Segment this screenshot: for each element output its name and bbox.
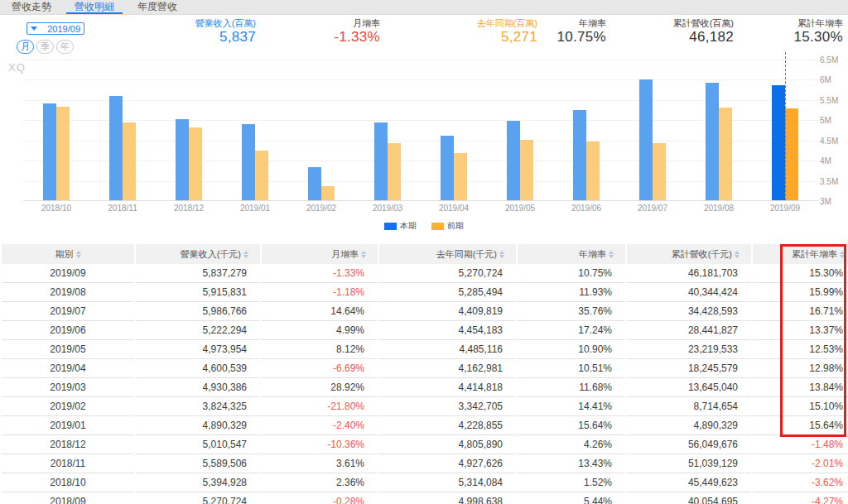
- period-cell: 2019/02: [2, 397, 134, 416]
- bar-前期[interactable]: [255, 151, 268, 200]
- bar-本期[interactable]: [43, 103, 56, 200]
- bar-前期[interactable]: [653, 143, 666, 200]
- bar-前期[interactable]: [388, 143, 401, 200]
- period-pill-0[interactable]: 月: [17, 40, 34, 54]
- table-row-2019/01[interactable]: 2019/014,890,329-2.40%4,228,85515.64%4,8…: [2, 416, 848, 435]
- bar-本期[interactable]: [706, 83, 719, 201]
- bar-本期[interactable]: [242, 124, 255, 200]
- period-cell: 2019/09: [2, 264, 134, 283]
- column-header-2[interactable]: 月增率: [262, 244, 378, 264]
- column-header-label: 期別: [55, 249, 74, 259]
- tab-2[interactable]: 年度營收: [126, 0, 189, 14]
- column-header-5[interactable]: 累計營收(千元): [627, 244, 751, 264]
- bar-前期[interactable]: [189, 127, 202, 200]
- bar-group-2018/11[interactable]: [89, 60, 156, 200]
- bar-本期[interactable]: [507, 121, 520, 200]
- x-axis-label: 2019/09: [752, 204, 818, 213]
- bar-前期[interactable]: [321, 186, 335, 200]
- column-header-label: 年增率: [579, 249, 606, 259]
- value-cell: 15.99%: [753, 283, 848, 302]
- column-header-3[interactable]: 去年同期(千元): [379, 244, 516, 264]
- period-pill-1[interactable]: 季: [36, 40, 54, 54]
- bar-前期[interactable]: [719, 108, 732, 200]
- stat-value: 46,182: [611, 29, 734, 46]
- tab-0[interactable]: 營收走勢: [0, 0, 63, 14]
- x-axis-label: 2018/10: [23, 204, 89, 213]
- bar-前期[interactable]: [454, 153, 467, 200]
- table-row-2019/09[interactable]: 2019/095,837,279-1.33%5,270,72410.75%46,…: [2, 264, 848, 283]
- table-row-2019/05[interactable]: 2019/054,973,9548.12%4,485,11610.90%23,2…: [2, 340, 848, 359]
- bar-group-2019/01[interactable]: [222, 60, 288, 200]
- bar-group-2019/06[interactable]: [553, 60, 619, 200]
- sort-icon[interactable]: [840, 251, 845, 258]
- table-row-2019/08[interactable]: 2019/085,915,831-1.18%5,285,49411.93%40,…: [2, 283, 848, 302]
- legend-label: 本期: [400, 220, 417, 232]
- bar-前期[interactable]: [520, 140, 533, 200]
- x-axis-label: 2019/06: [553, 204, 619, 213]
- bar-group-2019/08[interactable]: [686, 60, 752, 200]
- value-cell: 4,930,386: [136, 378, 260, 397]
- bar-group-2018/12[interactable]: [156, 60, 222, 200]
- column-header-4[interactable]: 年增率: [518, 244, 625, 264]
- value-cell: 15.10%: [753, 397, 848, 416]
- sort-icon[interactable]: [499, 251, 504, 258]
- sort-icon[interactable]: [735, 251, 740, 258]
- sort-icon[interactable]: [243, 251, 248, 258]
- bar-group-2019/04[interactable]: [421, 60, 487, 200]
- table-row-2018/09[interactable]: 2018/095,270,724-0.28%4,998,6385.44%40,0…: [2, 492, 848, 504]
- table-row-2019/04[interactable]: 2019/044,600,539-6.69%4,162,98110.51%18,…: [2, 359, 848, 378]
- value-cell: 13.84%: [753, 378, 848, 397]
- period-pill-group: 月季年: [17, 40, 186, 54]
- bar-group-2019/05[interactable]: [487, 60, 553, 200]
- bar-本期[interactable]: [772, 85, 785, 200]
- toolbar: 2019/09 月季年 營業收入(百萬)5,837月增率-1.33%去年同期(百…: [0, 15, 848, 55]
- bar-前期[interactable]: [785, 108, 798, 200]
- chart-plot-area: 6.5M6M5.5M5M4.5M4M3.5M3M: [23, 60, 818, 201]
- bar-前期[interactable]: [56, 107, 70, 200]
- value-cell: 5,270,724: [136, 492, 260, 504]
- x-axis-label: 2019/01: [222, 204, 288, 213]
- bar-本期[interactable]: [374, 122, 388, 200]
- bar-group-2019/07[interactable]: [619, 60, 686, 200]
- table-row-2019/02[interactable]: 2019/023,824,325-21.80%3,342,70514.41%8,…: [2, 397, 848, 416]
- date-selector[interactable]: 2019/09: [26, 22, 84, 35]
- period-controls: 2019/09 月季年: [8, 18, 186, 55]
- bar-本期[interactable]: [176, 119, 189, 200]
- column-header-1[interactable]: 營業收入(千元): [136, 244, 260, 264]
- stat-label: 去年同期(百萬): [385, 18, 537, 29]
- sort-icon[interactable]: [609, 251, 614, 258]
- bar-本期[interactable]: [109, 96, 123, 201]
- bar-前期[interactable]: [586, 142, 600, 200]
- column-header-0[interactable]: 期別: [2, 244, 134, 264]
- sort-icon[interactable]: [361, 251, 366, 258]
- bar-本期[interactable]: [308, 167, 321, 200]
- table-row-2019/07[interactable]: 2019/075,986,76614.64%4,409,81935.76%34,…: [2, 302, 848, 321]
- bar-group-2019/02[interactable]: [288, 60, 354, 200]
- x-axis-label: 2018/12: [156, 204, 222, 213]
- bar-本期[interactable]: [639, 79, 653, 200]
- tab-1[interactable]: 營收明細: [63, 0, 126, 14]
- table-row-2019/06[interactable]: 2019/065,222,2944.99%4,454,18317.24%28,4…: [2, 321, 848, 340]
- period-cell: 2018/12: [2, 435, 134, 454]
- column-header-6[interactable]: 累計年增率: [753, 244, 848, 264]
- bar-前期[interactable]: [123, 122, 136, 200]
- table-row-2018/12[interactable]: 2018/125,010,547-10.36%4,805,8904.26%56,…: [2, 435, 848, 454]
- bar-group-2018/10[interactable]: [23, 60, 89, 200]
- chart-legend: 本期前期: [0, 220, 848, 232]
- table-row-2019/03[interactable]: 2019/034,930,38628.92%4,414,81811.68%13,…: [2, 378, 848, 397]
- bar-group-2019/03[interactable]: [354, 60, 421, 200]
- value-cell: 2.36%: [262, 473, 378, 492]
- bar-groups: [23, 60, 818, 200]
- sort-icon[interactable]: [76, 251, 81, 258]
- value-cell: 13.37%: [753, 321, 848, 340]
- bar-本期[interactable]: [441, 136, 454, 200]
- table-row-2018/10[interactable]: 2018/105,394,9282.36%5,314,0841.52%45,44…: [2, 473, 848, 492]
- table-row-2018/11[interactable]: 2018/115,589,5063.61%4,927,62613.43%51,0…: [2, 454, 848, 473]
- stat-block-1: 月增率-1.33%: [261, 18, 385, 55]
- bar-group-2019/09[interactable]: [752, 60, 818, 200]
- legend-swatch: [384, 223, 397, 230]
- bar-本期[interactable]: [573, 110, 586, 200]
- period-pill-2[interactable]: 年: [56, 40, 74, 54]
- value-cell: 4,927,626: [379, 454, 516, 473]
- value-cell: 8,714,654: [627, 397, 751, 416]
